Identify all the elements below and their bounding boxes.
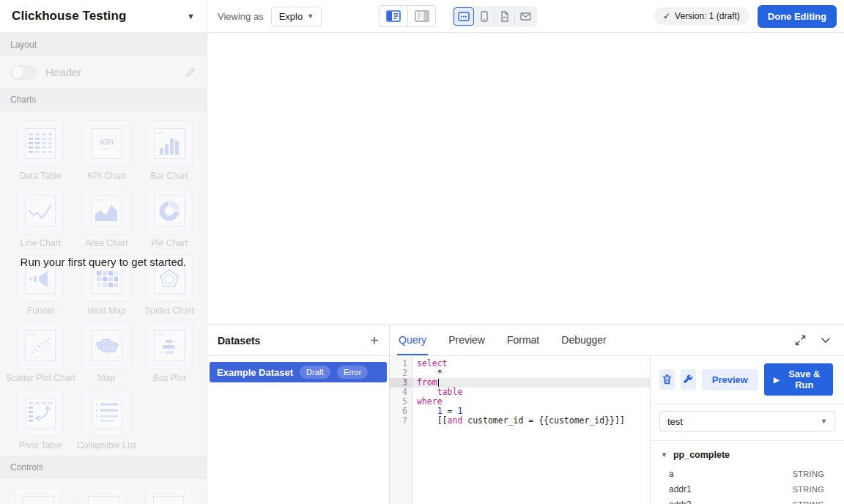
chart-card-collapsible-list[interactable]: Collapsible List [77, 390, 136, 451]
main-column: Datasets + Example Dataset Draft Error Q… [207, 33, 844, 504]
schema-table-name: pp_complete [673, 450, 730, 460]
topbar-right-group: ✓ Version: 1 (draft) Done Editing [654, 5, 844, 28]
body-row: Layout Header Charts Data Table [0, 33, 844, 504]
section-layout: Layout [0, 33, 207, 56]
query-content: 1234567 select *from tablewhere 1 = 1 [[… [390, 356, 844, 504]
sql-editor[interactable]: 1234567 select *from tablewhere 1 = 1 [[… [390, 356, 651, 504]
empty-dashboard-message: Run your first query to get started. [6, 255, 201, 269]
control-card-1[interactable] [15, 488, 62, 504]
edit-pencil-icon[interactable] [185, 67, 196, 78]
section-charts: Charts [0, 88, 207, 111]
query-actions-row: Preview ▶ Save & Run [651, 356, 844, 404]
chart-card-area[interactable]: Area Chart [84, 188, 130, 248]
pdf-document-icon [500, 11, 509, 22]
viewing-as-label: Viewing as [218, 11, 264, 22]
map-icon [84, 322, 130, 369]
table-select-dropdown[interactable]: test ▼ [659, 411, 835, 431]
expand-panel-icon[interactable] [795, 335, 806, 346]
field-type: STRING [793, 485, 824, 494]
dataset-list-item[interactable]: Example Dataset Draft Error [210, 362, 387, 382]
toggle-knob [12, 67, 23, 78]
play-icon: ▶ [774, 376, 780, 384]
trash-icon [662, 374, 672, 385]
tab-debugger[interactable]: Debugger [560, 325, 608, 355]
chart-card-kpi[interactable]: KPI KPI Chart [84, 120, 130, 181]
collapse-panel-chevron-icon[interactable] [821, 337, 831, 344]
chart-card-bar[interactable]: Bar Chart [146, 120, 193, 181]
version-label: Version: 1 (draft) [675, 11, 740, 21]
control-icon [80, 488, 127, 504]
browser-window-icon [458, 12, 470, 21]
panel-right-icon [415, 10, 429, 22]
version-badge[interactable]: ✓ Version: 1 (draft) [654, 7, 749, 25]
chart-card-scatter[interactable]: Scatter Plot Chart [6, 322, 75, 383]
schema-field-row[interactable]: addr1 STRING [651, 481, 844, 497]
add-dataset-button[interactable]: + [370, 333, 379, 348]
viewing-as-value: Explo [279, 11, 303, 22]
preview-mode-group [452, 6, 537, 27]
collapsible-list-icon [84, 390, 130, 437]
done-editing-button[interactable]: Done Editing [758, 5, 837, 28]
preview-email-button[interactable] [515, 7, 536, 26]
schema-browser: ▼ pp_complete a STRING addr1 STRING [651, 441, 844, 504]
chart-card-data-table[interactable]: Data Table [17, 120, 64, 181]
chart-card-pie[interactable]: Pie Chart [146, 188, 193, 248]
chart-card-line[interactable]: Line Chart [17, 188, 64, 248]
section-controls: Controls [0, 456, 207, 479]
header-toggle[interactable] [10, 65, 37, 80]
tab-format[interactable]: Format [506, 325, 541, 355]
field-type: STRING [793, 470, 824, 478]
field-name: addr2 [669, 500, 692, 504]
schema-field-row[interactable]: addr2 STRING [651, 497, 844, 504]
dataset-name: Example Dataset [217, 367, 293, 378]
charts-grid: Data Table KPI KPI Chart Bar Chart [0, 111, 207, 451]
preview-mobile-button[interactable] [474, 7, 495, 26]
chevron-down-icon: ▼ [187, 12, 195, 21]
header-toggle-label: Header [45, 66, 81, 78]
dashboard-title-menu[interactable]: Clickhouse Testing ▼ [0, 0, 207, 32]
datasets-header: Datasets + [207, 325, 389, 356]
editor-code[interactable]: select *from tablewhere 1 = 1 [[and cust… [412, 356, 650, 504]
table-select-row: test ▼ [651, 404, 844, 441]
preview-query-button[interactable]: Preview [702, 369, 758, 390]
kpi-chart-icon: KPI [84, 120, 130, 167]
editor-gutter: 1234567 [390, 356, 412, 504]
query-editor-panel: Query Preview Format Debugger [390, 325, 844, 504]
dashboard-canvas[interactable] [207, 33, 844, 325]
control-card-2[interactable] [80, 488, 127, 504]
area-chart-icon [84, 188, 130, 234]
wrench-icon [683, 374, 693, 385]
query-settings-button[interactable] [681, 369, 696, 390]
tab-query[interactable]: Query [397, 325, 428, 355]
check-icon: ✓ [663, 11, 670, 21]
pivot-table-icon [17, 390, 64, 437]
top-header: Clickhouse Testing ▼ Viewing as Explo ▼ [0, 0, 844, 33]
query-right-panel: Preview ▶ Save & Run test ▼ [651, 356, 844, 504]
save-and-run-button[interactable]: ▶ Save & Run [764, 363, 833, 396]
dropdown-control-icon [15, 488, 62, 504]
chart-card-map[interactable]: Map [84, 322, 130, 383]
chevron-down-icon: ▼ [661, 451, 667, 459]
chart-card-pivot-table[interactable]: Pivot Table [17, 390, 64, 451]
error-badge: Error [337, 366, 368, 379]
viewing-as-dropdown[interactable]: Explo ▼ [271, 7, 322, 26]
schema-field-row[interactable]: a STRING [651, 466, 844, 481]
draft-badge: Draft [300, 366, 330, 379]
box-plot-icon [146, 322, 193, 369]
right-panel-toggle-button[interactable] [407, 5, 436, 27]
tab-preview[interactable]: Preview [447, 325, 486, 355]
control-card-3[interactable] [145, 488, 192, 504]
preview-pdf-button[interactable] [495, 7, 515, 26]
tabbar-icons [795, 335, 844, 346]
elements-sidebar: Layout Header Charts Data Table [0, 33, 207, 504]
panel-left-icon [386, 10, 401, 22]
panel-position-toggle-group [379, 5, 436, 27]
schema-table-toggle[interactable]: ▼ pp_complete [651, 447, 844, 466]
header-toggle-row: Header [0, 56, 207, 88]
bar-chart-icon [146, 120, 193, 167]
left-panel-toggle-button[interactable] [379, 5, 407, 27]
field-name: addr1 [669, 484, 692, 494]
delete-dataset-button[interactable] [659, 369, 675, 390]
chart-card-box-plot[interactable]: Box Plot [146, 322, 193, 383]
preview-desktop-button[interactable] [454, 7, 474, 26]
